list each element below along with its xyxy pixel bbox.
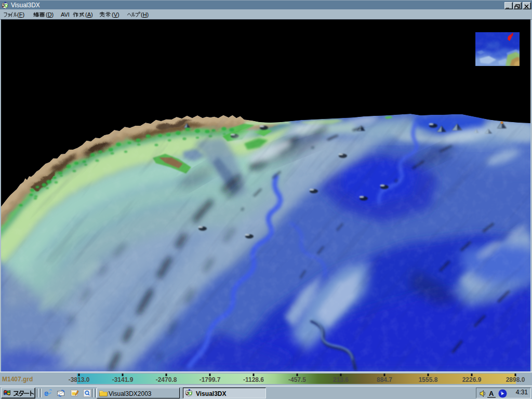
svg-text:(H): (H) (141, 11, 149, 18)
svg-text:(F): (F) (17, 11, 24, 18)
svg-text:Visual3DX: Visual3DX (196, 390, 226, 397)
svg-text:(A): (A) (85, 11, 93, 18)
svg-text:(V): (V) (112, 11, 119, 18)
svg-text:Visual3DX2003: Visual3DX2003 (109, 390, 152, 397)
svg-text:A: A (489, 390, 494, 397)
svg-text:D: D (5, 3, 8, 8)
svg-text:D: D (189, 390, 192, 396)
svg-text:AVI: AVI (61, 11, 70, 18)
svg-text:e: e (44, 389, 48, 397)
svg-text:(D): (D) (46, 11, 54, 18)
